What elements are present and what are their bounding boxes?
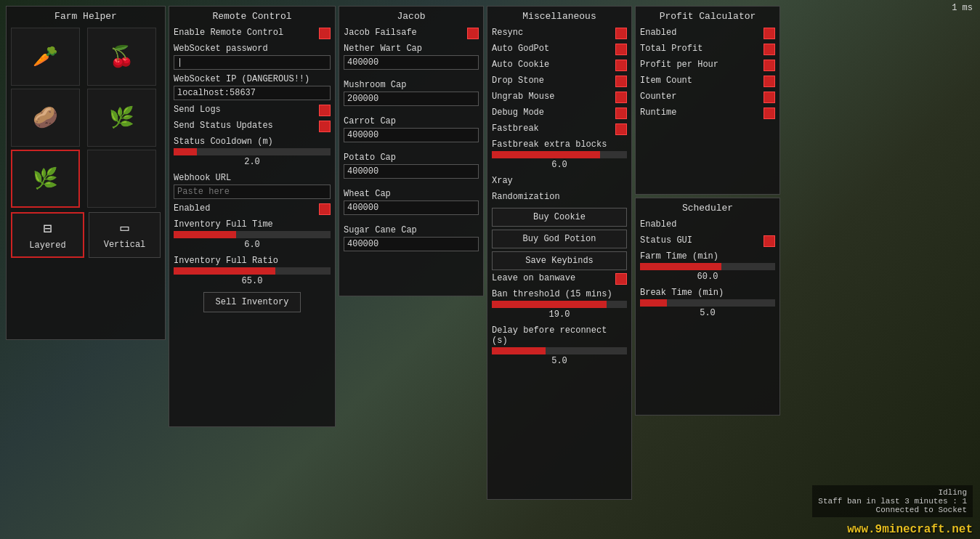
fastbreak-extra-track[interactable]	[492, 151, 627, 158]
ws-password-label: WebSocket password	[174, 44, 331, 54]
mode-row: ⊟ Layered ▭ Vertical	[11, 212, 161, 258]
carrot-input[interactable]	[344, 128, 479, 142]
profit-enabled-toggle[interactable]	[764, 28, 775, 39]
break-time-fill	[640, 299, 667, 307]
ungrab-mouse-label: Ungrab Mouse	[492, 92, 554, 102]
crop-cell-carrot[interactable]: 🥕	[11, 28, 80, 86]
enabled-toggle[interactable]	[319, 203, 331, 215]
fastbreak-toggle[interactable]	[615, 123, 627, 135]
inv-full-time-track[interactable]	[174, 231, 331, 238]
jacob-panel: Jacob Jacob Failsafe Nether Wart Cap Mus…	[339, 6, 484, 296]
sugar-cane-input[interactable]	[344, 237, 479, 251]
leave-banwave-toggle[interactable]	[615, 273, 627, 285]
wheat-input[interactable]	[344, 200, 479, 215]
wheat-cap: Wheat Cap	[344, 189, 479, 219]
ws-password-input[interactable]	[174, 55, 331, 70]
debug-mode-toggle[interactable]	[615, 108, 627, 119]
sell-inventory-button[interactable]: Sell Inventory	[203, 292, 301, 312]
total-profit-toggle[interactable]	[764, 44, 775, 55]
jacob-failsafe-toggle[interactable]	[467, 28, 479, 39]
potato-input[interactable]	[344, 164, 479, 179]
leave-banwave-label: Leave on banwave	[492, 273, 575, 283]
inv-full-ratio-slider: Inventory Full Ratio 65.0	[174, 256, 331, 286]
counter-toggle[interactable]	[764, 92, 775, 103]
resync-toggle[interactable]	[615, 28, 627, 39]
farm-helper-panel: Farm Helper 🥕 🍒 🥔 🌿 🌿 ⊟ Layered ▭ Vertic…	[6, 6, 166, 340]
mushroom-input[interactable]	[344, 92, 479, 106]
auto-godpot-label: Auto GodPot	[492, 44, 549, 54]
inv-full-time-slider: Inventory Full Time 6.0	[174, 219, 331, 250]
mode-vertical[interactable]: ▭ Vertical	[89, 212, 161, 258]
profit-title: Profit Calculator	[640, 11, 775, 22]
buy-cookie-button[interactable]: Buy Cookie	[492, 208, 627, 227]
crop-cell-empty1[interactable]	[87, 150, 156, 208]
ban-threshold-fill	[492, 301, 607, 308]
auto-cookie-row: Auto Cookie	[492, 60, 627, 71]
webhook-url-input[interactable]	[174, 185, 331, 199]
farm-time-value: 60.0	[640, 272, 775, 282]
enable-remote-row: Enable Remote Control	[174, 28, 331, 39]
mode-layered[interactable]: ⊟ Layered	[11, 212, 84, 258]
status-cooldown-value: 2.0	[174, 157, 331, 167]
profit-enabled-row: Enabled	[640, 28, 775, 39]
fastbreak-label: Fastbreak	[492, 123, 539, 134]
enabled-label: Enabled	[174, 203, 210, 214]
item-count-row: Item Count	[640, 76, 775, 87]
farm-time-track[interactable]	[640, 263, 775, 270]
send-logs-toggle[interactable]	[319, 105, 331, 116]
wheat-label: Wheat Cap	[344, 189, 479, 199]
enable-remote-toggle[interactable]	[319, 28, 331, 39]
runtime-toggle[interactable]	[764, 108, 775, 119]
profit-calculator-panel: Profit Calculator Enabled Total Profit P…	[635, 6, 780, 195]
remote-control-title: Remote Control	[174, 11, 331, 22]
crop-cell-herb[interactable]: 🌿	[87, 89, 156, 147]
ban-threshold-track[interactable]	[492, 301, 627, 308]
jacob-failsafe-label: Jacob Failsafe	[344, 28, 417, 38]
miscellaneous-panel: Miscellaneous Resync Auto GodPot Auto Co…	[487, 6, 632, 500]
item-count-toggle[interactable]	[764, 76, 775, 87]
auto-cookie-label: Auto Cookie	[492, 60, 549, 70]
crop-cell-sugarcane[interactable]: 🌿	[11, 150, 80, 208]
remote-control-panel: Remote Control Enable Remote Control Web…	[169, 6, 336, 427]
crop-cell-berry[interactable]: 🍒	[87, 28, 156, 86]
status-cooldown-label: Status Cooldown (m)	[174, 137, 331, 147]
profit-per-hour-row: Profit per Hour	[640, 60, 775, 71]
debug-mode-label: Debug Mode	[492, 108, 544, 118]
total-profit-row: Total Profit	[640, 44, 775, 55]
ws-ip-label: WebSocket IP (DANGEROUS!!)	[174, 74, 331, 84]
auto-cookie-toggle[interactable]	[615, 60, 627, 71]
save-keybinds-button[interactable]: Save Keybinds	[492, 251, 627, 270]
status-gui-toggle[interactable]	[764, 235, 775, 247]
send-status-toggle[interactable]	[319, 121, 331, 132]
ws-ip-input[interactable]	[174, 86, 331, 100]
status-cooldown-slider: Status Cooldown (m) 2.0	[174, 137, 331, 167]
inv-full-time-fill	[174, 231, 236, 238]
vertical-icon: ▭	[120, 219, 129, 237]
inv-full-ratio-track[interactable]	[174, 267, 331, 275]
auto-godpot-toggle[interactable]	[615, 44, 627, 55]
ban-threshold-label: Ban threshold (15 mins)	[492, 289, 627, 299]
enabled-row: Enabled	[174, 203, 331, 215]
break-time-track[interactable]	[640, 299, 775, 307]
delay-reconnect-value: 5.0	[492, 356, 627, 366]
delay-reconnect-track[interactable]	[492, 347, 627, 354]
scheduler-title: Scheduler	[640, 203, 775, 214]
drop-stone-toggle[interactable]	[615, 76, 627, 87]
inv-full-time-value: 6.0	[174, 240, 331, 250]
ungrab-mouse-toggle[interactable]	[615, 92, 627, 103]
status-cooldown-track[interactable]	[174, 148, 331, 155]
fastbreak-row: Fastbreak	[492, 123, 627, 135]
fastbreak-extra-value: 6.0	[492, 160, 627, 170]
profit-per-hour-toggle[interactable]	[764, 60, 775, 71]
randomization-label: Randomization	[492, 192, 560, 202]
inv-full-ratio-value: 65.0	[174, 276, 331, 286]
counter-label: Counter	[640, 92, 676, 102]
buy-god-potion-button[interactable]: Buy God Potion	[492, 230, 627, 248]
crop-cell-potato[interactable]: 🥔	[11, 89, 80, 147]
break-time-value: 5.0	[640, 308, 775, 318]
layered-icon: ⊟	[43, 219, 52, 238]
sugar-cane-label: Sugar Cane Cap	[344, 225, 479, 235]
runtime-label: Runtime	[640, 108, 676, 118]
vertical-label: Vertical	[104, 240, 146, 250]
nether-wart-input[interactable]	[344, 55, 479, 70]
